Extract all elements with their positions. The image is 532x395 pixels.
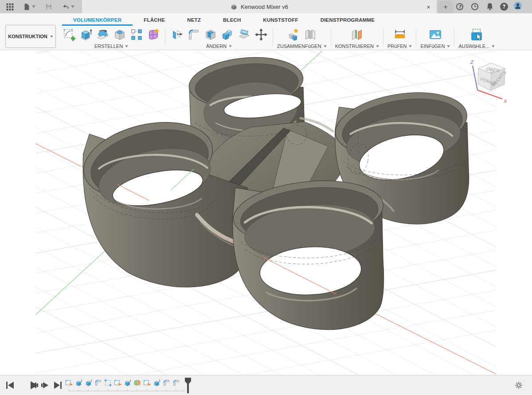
split-body-button[interactable] — [237, 27, 252, 42]
file-menu-button[interactable] — [22, 0, 37, 13]
group-einfuegen: EINFüGEN — [417, 26, 453, 50]
view-cube[interactable]: OBEN VORNE RECHTS Z X — [462, 57, 521, 106]
timeline-bar — [0, 375, 532, 395]
save-button[interactable] — [44, 0, 54, 13]
chevron-down-icon — [447, 45, 450, 47]
job-status-clock-icon[interactable] — [470, 2, 479, 11]
timeline-feature-extrude[interactable] — [125, 380, 130, 386]
chevron-down-icon — [409, 45, 412, 47]
create-sketch-button[interactable] — [62, 27, 77, 42]
group-pruefen: PRüFEN — [384, 26, 415, 50]
extrude-button[interactable] — [78, 27, 94, 42]
group-label-aendern[interactable]: ÄNDERN — [206, 43, 232, 49]
timeline-feature-sketch[interactable] — [114, 380, 121, 386]
extensions-icon[interactable] — [455, 2, 464, 11]
tab-volumenkoerper[interactable]: VOLUMENKÖRPER — [62, 17, 133, 26]
workspace-dropdown-konstruktion[interactable]: KONSTRUKTION — [5, 25, 56, 48]
measure-button[interactable] — [392, 27, 407, 42]
revolve-button[interactable] — [95, 27, 110, 42]
group-divider — [331, 28, 331, 47]
app-grid-icon[interactable] — [4, 0, 16, 13]
play-button[interactable] — [31, 381, 38, 389]
playback-controls — [4, 379, 63, 391]
group-divider — [273, 28, 273, 47]
model-body[interactable] — [76, 53, 472, 330]
viewport-canvas[interactable]: OBEN VORNE RECHTS Z X — [0, 51, 532, 375]
create-form-button[interactable] — [146, 27, 161, 42]
press-pull-button[interactable] — [169, 27, 184, 42]
timeline-feature-pattern[interactable] — [105, 379, 111, 386]
group-label-zusammenfuegen[interactable]: ZUSAMMENFüGEN — [277, 43, 327, 49]
timeline-feature-extrude[interactable] — [86, 380, 91, 386]
group-label-pruefen[interactable]: PRüFEN — [387, 43, 412, 49]
group-konstruieren: KONSTRUIEREN — [332, 26, 382, 50]
group-label-erstellen[interactable]: ERSTELLEN — [94, 43, 128, 49]
group-divider — [165, 28, 165, 47]
chevron-down-icon — [229, 45, 232, 47]
timeline-feature-extrude[interactable] — [154, 380, 160, 386]
timeline-settings-gear-icon[interactable] — [514, 381, 523, 390]
group-erstellen: ERSTELLEN — [59, 26, 164, 50]
document-tab[interactable]: Kenwood Mixer v6 × — [82, 0, 437, 13]
tab-kunststoff[interactable]: KUNSTSTOFF — [252, 17, 309, 26]
step-forward-button[interactable] — [41, 382, 48, 388]
timeline-strip[interactable] — [64, 377, 202, 394]
chevron-down-icon — [125, 45, 128, 47]
z-axis-line — [473, 66, 477, 90]
ribbon-toolbar: KONSTRUKTION VOLUMENKÖRPER FLÄCHE NETZ B… — [0, 13, 532, 50]
group-label-auswaehlen[interactable]: AUSWäHLE... — [458, 43, 495, 49]
ribbon-groups: ERSTELLEN ÄNDERN ZUSAMME — [59, 26, 498, 50]
group-label-konstruieren[interactable]: KONSTRUIEREN — [335, 43, 379, 49]
timeline-feature-sketch[interactable] — [66, 380, 72, 386]
construction-plane-button[interactable] — [349, 27, 364, 42]
x-axis-line — [477, 90, 502, 99]
timeline-feature-mirror[interactable] — [134, 380, 140, 386]
joint-button[interactable] — [303, 27, 318, 42]
group-auswaehlen: AUSWäHLE... — [455, 26, 498, 50]
z-axis-label: Z — [470, 59, 474, 65]
help-icon[interactable]: ? — [500, 2, 509, 11]
cylinder-bottom — [230, 174, 386, 330]
svg-text:?: ? — [502, 4, 505, 10]
rectangular-pattern-button[interactable] — [129, 27, 144, 42]
move-button[interactable] — [254, 27, 269, 42]
timeline-feature-sketch[interactable] — [144, 380, 150, 386]
fusion-window: { "titlebar": { "document_title": "Kenwo… — [0, 0, 532, 395]
titlebar: Kenwood Mixer v6 × + ? — [0, 0, 532, 13]
chevron-down-icon — [376, 45, 379, 47]
chevron-down-icon — [324, 45, 327, 47]
combine-button[interactable] — [220, 27, 235, 42]
tab-dienstprogramme[interactable]: DIENSTPROGRAMME — [309, 17, 386, 26]
fillet-button[interactable] — [186, 27, 201, 42]
undo-button[interactable] — [61, 0, 76, 13]
notifications-bell-icon[interactable] — [485, 2, 494, 11]
x-axis-label: X — [503, 99, 507, 104]
shell-button[interactable] — [203, 27, 218, 42]
timeline-feature-fillet[interactable] — [96, 380, 101, 386]
insert-image-button[interactable] — [428, 27, 443, 42]
timeline-feature-extrude[interactable] — [76, 380, 82, 386]
go-to-end-button[interactable] — [54, 382, 62, 389]
hole-button[interactable] — [112, 27, 127, 42]
timeline-feature-fillet[interactable] — [174, 380, 179, 386]
select-window-button[interactable] — [469, 27, 484, 42]
tab-blech[interactable]: BLECH — [212, 17, 252, 26]
chevron-down-icon — [71, 5, 74, 8]
group-divider — [383, 28, 383, 47]
tab-netz[interactable]: NETZ — [176, 17, 212, 26]
group-zusammenfuegen: ZUSAMMENFüGEN — [274, 26, 330, 50]
new-tab-button[interactable]: + — [438, 1, 453, 13]
tab-flaeche[interactable]: FLÄCHE — [133, 17, 176, 26]
go-to-start-button[interactable] — [6, 382, 14, 389]
group-divider — [454, 28, 454, 47]
timeline-feature-fillet[interactable] — [164, 380, 169, 386]
document-cube-icon — [231, 4, 237, 10]
scene-svg — [0, 51, 532, 375]
timeline-position-marker[interactable] — [185, 378, 191, 393]
profile-avatar[interactable] — [513, 1, 522, 10]
chevron-down-icon — [50, 36, 53, 38]
timeline-ruler — [69, 389, 184, 391]
new-component-button[interactable] — [286, 27, 301, 42]
close-tab-icon[interactable]: × — [426, 0, 430, 13]
group-label-einfuegen[interactable]: EINFüGEN — [420, 43, 450, 49]
